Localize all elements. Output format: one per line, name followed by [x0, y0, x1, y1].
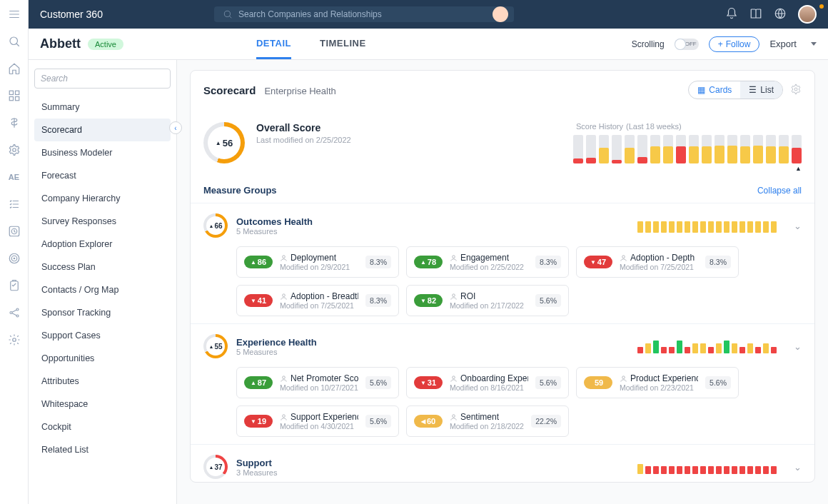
chevron-down-icon[interactable]: ⌄ [794, 462, 802, 473]
measure-card[interactable]: ▼19 Support Experience Modified on 4/30/… [236, 405, 399, 437]
measure-name: Product Experience [620, 373, 698, 383]
clipboard-icon[interactable] [7, 278, 21, 293]
measure-modified: Modified on 2/18/2022 [450, 422, 524, 430]
bell-icon[interactable] [725, 7, 738, 22]
sidebar-item-attributes[interactable]: Attributes [34, 370, 171, 393]
search-rail-icon[interactable] [7, 34, 21, 49]
measure-card[interactable]: ▲86 Deployment Modified on 2/9/2021 8.3% [236, 246, 399, 278]
measure-groups-label: Measure Groups [203, 185, 277, 196]
sidebar-item-survey-responses[interactable]: Survey Responses [34, 210, 171, 233]
overall-score-row: 56 Overall Score Last modified on 2/25/2… [191, 109, 814, 185]
collapse-sidebar-icon[interactable]: ‹ [169, 121, 182, 134]
measure-card[interactable]: ▲87 Net Promoter Score Modified on 10/27… [236, 367, 399, 398]
svg-point-5 [12, 148, 16, 152]
measure-name: Support Experience [280, 412, 358, 422]
tab-timeline[interactable]: TIMELINE [320, 29, 366, 59]
measure-card[interactable]: ▼31 Onboarding Experi... Modified on 8/1… [406, 367, 569, 398]
measure-name: Adoption - Breadth [280, 291, 358, 301]
sidebar-search-input[interactable] [34, 69, 171, 89]
svg-point-12 [10, 312, 12, 314]
svg-point-10 [14, 258, 15, 259]
home-icon[interactable] [7, 61, 21, 76]
sidebar-item-scorecard[interactable]: Scorecard [34, 119, 171, 141]
sidebar-item-forecast[interactable]: Forecast [34, 164, 171, 187]
chevron-down-icon[interactable]: ⌄ [794, 341, 802, 352]
svg-point-15 [12, 338, 16, 342]
apps-icon[interactable] [7, 89, 21, 103]
sidebar-item-opportunities[interactable]: Opportunities [34, 347, 171, 370]
svg-point-27 [283, 414, 286, 417]
ae-icon[interactable]: AE [7, 170, 21, 184]
follow-button[interactable]: +Follow [709, 36, 760, 52]
sidebar-item-company-hierarchy[interactable]: Company Hierarchy [34, 187, 171, 210]
measure-modified: Modified on 7/25/2021 [280, 301, 358, 310]
collapse-all-link[interactable]: Collapse all [757, 186, 802, 196]
page-subheader: Abbett Active DETAIL TIMELINE Scrolling … [29, 29, 828, 60]
group-title: Outcomes Health [236, 216, 313, 227]
page-tabs: DETAIL TIMELINE [256, 29, 366, 59]
measure-weight: 8.3% [535, 256, 561, 268]
overall-score-ring: 56 [203, 122, 245, 163]
sidebar-item-support-cases[interactable]: Support Cases [34, 324, 171, 347]
measure-weight: 5.6% [535, 294, 561, 307]
book-icon[interactable] [749, 7, 762, 22]
sidebar-item-cockpit[interactable]: Cockpit [34, 415, 171, 438]
scorecard-subtitle: Enterprise Health [264, 86, 335, 96]
sidebar-item-related-list[interactable]: Related List [34, 438, 171, 461]
svg-point-26 [622, 376, 625, 378]
measure-card[interactable]: ▼47 Adoption - Depth Modified on 7/25/20… [576, 246, 739, 278]
tasks-icon[interactable] [7, 197, 21, 211]
tab-detail[interactable]: DETAIL [256, 29, 291, 59]
revenue-icon[interactable] [7, 116, 21, 130]
global-search[interactable] [214, 6, 514, 22]
score-pill: ▼82 [414, 294, 443, 307]
sidebar-item-business-modeler[interactable]: Business Modeler [34, 141, 171, 164]
hamburger-icon[interactable] [7, 7, 21, 21]
scrolling-toggle[interactable]: OFF [675, 39, 699, 50]
sidebar-item-summary[interactable]: Summary [34, 96, 171, 119]
svg-point-14 [16, 315, 19, 317]
gear-icon[interactable] [7, 143, 21, 157]
measure-card[interactable]: 59 Product Experience Modified on 2/23/2… [576, 367, 739, 398]
view-list-button[interactable]: ☰List [740, 81, 782, 99]
measure-weight: 5.6% [365, 415, 391, 428]
sidebar-item-success-plan[interactable]: Success Plan [34, 256, 171, 278]
measure-weight: 8.3% [365, 256, 391, 268]
measure-name: Onboarding Experi... [450, 373, 528, 383]
view-cards-button[interactable]: ▦Cards [689, 81, 740, 99]
svg-point-24 [283, 376, 286, 378]
company-name: Abbett [40, 36, 81, 51]
profile-avatar[interactable] [798, 5, 817, 24]
sidebar-item-contacts-org-map[interactable]: Contacts / Org Map [34, 278, 171, 301]
svg-point-20 [453, 255, 455, 258]
search-icon [223, 9, 233, 19]
group-score-ring: 37 [203, 455, 228, 479]
search-input[interactable] [238, 9, 505, 19]
measure-card[interactable]: ▼41 Adoption - Breadth Modified on 7/25/… [236, 285, 399, 316]
grid-icon: ▦ [697, 85, 705, 95]
settings-icon[interactable] [7, 333, 21, 347]
global-topbar: Customer 360 [29, 0, 828, 29]
svg-point-21 [622, 255, 625, 258]
scorecard-settings-icon[interactable] [790, 84, 802, 97]
measure-card[interactable]: ▼82 ROI Modified on 2/17/2022 5.6% [406, 285, 569, 316]
sidebar-item-adoption-explorer[interactable]: Adoption Explorer [34, 233, 171, 256]
target-icon[interactable] [7, 251, 21, 266]
export-dropdown[interactable]: Export [769, 39, 817, 49]
sidebar-item-sponsor-tracking[interactable]: Sponsor Tracking [34, 301, 171, 324]
chevron-down-icon[interactable]: ⌄ [794, 221, 802, 231]
globe-icon[interactable] [774, 7, 787, 22]
scorecard-header: Scorecard Enterprise Health ▦Cards ☰List [191, 71, 814, 109]
svg-point-19 [283, 255, 286, 258]
history-bars [573, 135, 802, 163]
score-pill: ▼19 [244, 415, 273, 428]
score-pill: 59 [584, 376, 612, 389]
group-sparkline [637, 460, 777, 474]
group-title: Support [236, 458, 277, 468]
measure-card[interactable]: ▲78 Engagement Modified on 2/25/2022 8.3… [406, 246, 569, 278]
measure-card[interactable]: ◀60 Sentiment Modified on 2/18/2022 22.2… [406, 405, 569, 437]
sidebar-item-whitespace[interactable]: Whitespace [34, 393, 171, 415]
clock-icon[interactable] [7, 224, 21, 238]
notification-dot-icon [819, 4, 824, 9]
share-icon[interactable] [7, 306, 21, 320]
